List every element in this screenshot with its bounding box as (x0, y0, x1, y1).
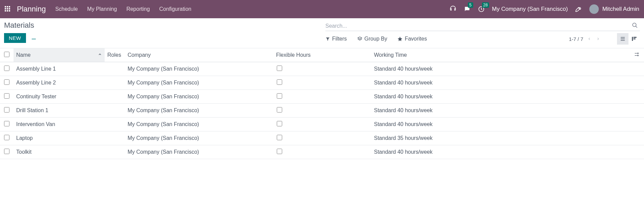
cell-name: Toolkit (14, 145, 105, 159)
gantt-view-button[interactable] (628, 33, 640, 45)
cell-company: My Company (San Francisco) (125, 62, 273, 76)
row-checkbox[interactable] (4, 79, 9, 85)
col-working[interactable]: Working Time (371, 48, 630, 62)
voip-icon[interactable] (450, 6, 456, 13)
cell-company: My Company (San Francisco) (125, 90, 273, 104)
cell-roles (105, 145, 125, 159)
sort-asc-icon (98, 52, 102, 57)
flexible-checkbox[interactable] (277, 107, 282, 113)
flexible-checkbox[interactable] (277, 79, 282, 85)
nav-my-planning[interactable]: My Planning (87, 6, 117, 12)
cell-working: Standard 40 hours/week (371, 76, 630, 90)
col-name[interactable]: Name (14, 48, 105, 62)
row-checkbox[interactable] (4, 107, 9, 113)
table-row[interactable]: Drill Station 1 My Company (San Francisc… (0, 104, 644, 118)
pager-next-icon[interactable] (595, 35, 601, 43)
cell-roles (105, 90, 125, 104)
col-settings[interactable] (630, 48, 644, 62)
table-row[interactable]: Continuity Tester My Company (San Franci… (0, 90, 644, 104)
search-icon[interactable] (630, 22, 640, 29)
svg-point-1 (633, 23, 636, 27)
select-all-checkbox[interactable] (4, 52, 9, 57)
cell-roles (105, 62, 125, 76)
favorites-button[interactable]: Favorites (397, 36, 427, 42)
table-row[interactable]: Assembly Line 1 My Company (San Francisc… (0, 62, 644, 76)
apps-icon[interactable] (5, 6, 11, 12)
flexible-checkbox[interactable] (277, 66, 282, 71)
groupby-button[interactable]: Group By (357, 36, 387, 42)
nav-reporting[interactable]: Reporting (126, 6, 150, 12)
user-name: Mitchell Admin (602, 6, 639, 13)
topbar: Planning Schedule My Planning Reporting … (0, 0, 644, 18)
groupby-label: Group By (365, 36, 387, 42)
cell-name: Assembly Line 2 (14, 76, 105, 90)
messages-badge: 5 (468, 2, 473, 8)
pager-text[interactable]: 1-7 / 7 (569, 36, 583, 42)
cell-working: Standard 40 hours/week (371, 90, 630, 104)
company-switcher[interactable]: My Company (San Francisco) (492, 6, 568, 13)
cell-name: Continuity Tester (14, 90, 105, 104)
nav-configuration[interactable]: Configuration (159, 6, 191, 12)
svg-rect-4 (634, 39, 636, 40)
cell-working: Standard 40 hours/week (371, 145, 630, 159)
cell-roles (105, 76, 125, 90)
table-row[interactable]: Toolkit My Company (San Francisco) Stand… (0, 145, 644, 159)
svg-point-5 (638, 53, 639, 54)
table-row[interactable]: Intervention Van My Company (San Francis… (0, 118, 644, 131)
page-title: Materials (4, 21, 319, 30)
pager-prev-icon[interactable] (587, 35, 592, 43)
search-input[interactable] (325, 23, 630, 29)
cell-roles (105, 104, 125, 118)
systray: 5 28 My Company (San Francisco) Mitchell… (450, 4, 639, 14)
flexible-checkbox[interactable] (277, 135, 282, 140)
toolbar: Filters Group By Favorites 1-7 / 7 (325, 33, 640, 45)
row-checkbox[interactable] (4, 135, 9, 140)
activities-badge: 28 (482, 2, 489, 8)
nav-schedule[interactable]: Schedule (55, 6, 78, 12)
control-panel: Materials NEW Filters Group By (0, 18, 644, 46)
svg-rect-3 (634, 37, 637, 38)
nav-links: Schedule My Planning Reporting Configura… (55, 6, 191, 12)
filters-button[interactable]: Filters (325, 36, 347, 42)
pager: 1-7 / 7 (569, 35, 601, 43)
row-checkbox[interactable] (4, 93, 9, 99)
download-icon[interactable] (31, 34, 37, 42)
svg-point-6 (638, 55, 639, 56)
user-menu[interactable]: Mitchell Admin (589, 4, 639, 14)
table-row[interactable]: Assembly Line 2 My Company (San Francisc… (0, 76, 644, 90)
cell-company: My Company (San Francisco) (125, 76, 273, 90)
debug-icon[interactable] (575, 6, 582, 13)
cell-working: Standard 40 hours/week (371, 118, 630, 131)
flexible-checkbox[interactable] (277, 121, 282, 126)
cell-company: My Company (San Francisco) (125, 118, 273, 131)
filters-label: Filters (332, 36, 347, 42)
cell-company: My Company (San Francisco) (125, 145, 273, 159)
row-checkbox[interactable] (4, 66, 9, 71)
cell-name: Intervention Van (14, 118, 105, 131)
view-switcher (617, 33, 640, 45)
table-header-row: Name Roles Company Flexible Hours Workin… (0, 48, 644, 62)
col-roles[interactable]: Roles (105, 48, 125, 62)
flexible-checkbox[interactable] (277, 93, 282, 99)
messages-icon[interactable]: 5 (464, 6, 471, 13)
avatar (589, 4, 599, 14)
col-flexible[interactable]: Flexible Hours (273, 48, 371, 62)
table-row[interactable]: Laptop My Company (San Francisco) Standa… (0, 131, 644, 145)
search-bar (325, 21, 640, 31)
cell-working: Standard 40 hours/week (371, 104, 630, 118)
favorites-label: Favorites (405, 36, 427, 42)
new-button[interactable]: NEW (4, 33, 26, 43)
cell-company: My Company (San Francisco) (125, 131, 273, 145)
app-brand[interactable]: Planning (17, 5, 46, 14)
cell-name: Drill Station 1 (14, 104, 105, 118)
row-checkbox[interactable] (4, 149, 9, 154)
row-checkbox[interactable] (4, 121, 9, 126)
col-name-label: Name (16, 52, 31, 58)
col-company[interactable]: Company (125, 48, 273, 62)
activities-icon[interactable]: 28 (478, 6, 485, 13)
list-view-button[interactable] (617, 33, 628, 45)
cell-name: Laptop (14, 131, 105, 145)
flexible-checkbox[interactable] (277, 149, 282, 154)
table-body: Assembly Line 1 My Company (San Francisc… (0, 62, 644, 159)
cell-working: Standard 40 hours/week (371, 62, 630, 76)
